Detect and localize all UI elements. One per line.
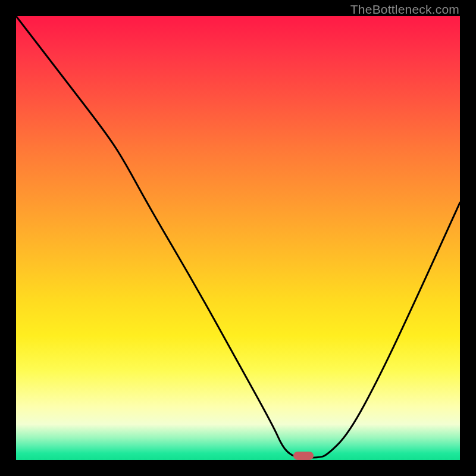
bottleneck-curve — [16, 16, 460, 460]
plot-area — [16, 16, 460, 460]
chart-frame: TheBottleneck.com — [0, 0, 476, 476]
watermark-text: TheBottleneck.com — [350, 2, 459, 17]
optimal-marker — [293, 452, 314, 460]
